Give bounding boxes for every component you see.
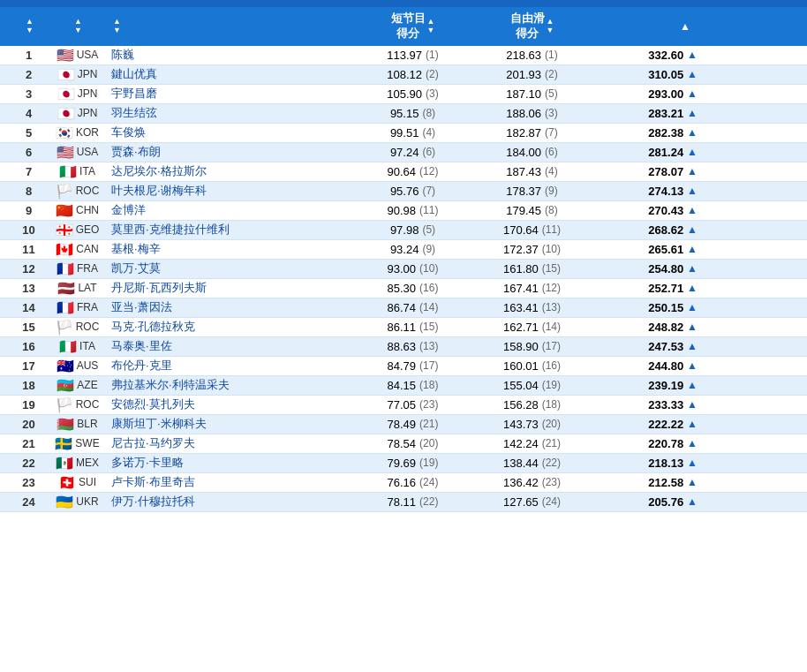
- total-cell: 332.60 ▲: [592, 49, 706, 62]
- name-sort[interactable]: ▲▼: [113, 18, 121, 35]
- fs-score: 142.24: [503, 437, 539, 450]
- total-cell: 250.15 ▲: [592, 301, 706, 314]
- sp-sort[interactable]: ▲▼: [427, 18, 435, 35]
- sp-rank: (13): [419, 340, 438, 352]
- fs-cell: 179.45 (8): [472, 204, 592, 217]
- noc-label: USA: [77, 146, 99, 158]
- sp-score: 86.74: [388, 301, 417, 314]
- sp-score: 99.51: [390, 126, 419, 140]
- flag-icon: 🇨🇳: [56, 202, 73, 219]
- up-arrow-icon: ▲: [687, 398, 698, 411]
- total-sort[interactable]: ▲: [680, 20, 690, 33]
- rank-cell: 21: [0, 437, 49, 450]
- name-cell: 安德烈·莫扎列夫: [106, 396, 353, 412]
- up-arrow-icon: ▲: [687, 262, 698, 275]
- name-cell: 马泰奥·里佐: [106, 338, 353, 354]
- noc-label: JPN: [78, 68, 98, 80]
- fs-score: 161.80: [503, 262, 539, 276]
- sp-score: 105.90: [387, 87, 422, 101]
- fs-score: 172.37: [503, 243, 539, 256]
- noc-label: ROC: [76, 398, 100, 411]
- sp-score: 78.11: [388, 495, 417, 509]
- header-fs[interactable]: 自由滑得分 ▲▼: [472, 11, 592, 42]
- sp-rank: (21): [419, 418, 438, 430]
- table-row: 4 🇯🇵 JPN 羽生结弦 95.15 (8) 188.06 (3) 283.2…: [0, 104, 807, 124]
- sp-rank: (12): [419, 165, 438, 177]
- header-total[interactable]: ▲: [592, 20, 706, 33]
- up-arrow-icon: ▲: [687, 476, 698, 488]
- flag-icon: 🏳️: [56, 319, 73, 336]
- rank-sort[interactable]: ▲▼: [26, 18, 34, 35]
- sp-cell: 84.79 (17): [353, 359, 472, 373]
- header-rank[interactable]: ▲▼: [0, 18, 49, 35]
- fs-rank: (12): [542, 282, 561, 294]
- total-cell: 244.80 ▲: [592, 359, 706, 373]
- total-score: 244.80: [648, 359, 683, 373]
- fs-rank: (7): [545, 126, 558, 139]
- up-arrow-icon: ▲: [687, 185, 698, 197]
- header-sp[interactable]: 短节目得分 ▲▼: [353, 11, 472, 42]
- sp-score: 97.98: [390, 223, 419, 237]
- up-arrow-icon: ▲: [687, 457, 698, 469]
- name-cell: 康斯坦丁·米柳科夫: [106, 416, 353, 432]
- noc-cell: 🇨🇭 SUI: [49, 474, 106, 491]
- name-cell: 贾森·布朗: [106, 144, 353, 160]
- rank-cell: 3: [0, 87, 49, 101]
- name-cell: 叶夫根尼·谢梅年科: [106, 183, 353, 199]
- rank-cell: 8: [0, 185, 49, 198]
- name-cell: 宇野昌磨: [106, 86, 353, 102]
- sp-cell: 78.49 (21): [353, 418, 472, 431]
- rank-cell: 22: [0, 457, 49, 470]
- name-cell: 卢卡斯·布里奇吉: [106, 474, 353, 490]
- up-arrow-icon: ▲: [687, 126, 698, 139]
- noc-cell: 🏳️ ROC: [49, 183, 106, 200]
- fs-score: 170.64: [503, 223, 539, 237]
- fs-cell: 188.06 (3): [472, 107, 592, 120]
- sp-score: 86.11: [388, 321, 417, 334]
- noc-label: CAN: [76, 243, 98, 255]
- up-arrow-icon: ▲: [687, 68, 698, 80]
- header-noc[interactable]: ▲▼: [49, 18, 106, 35]
- noc-cell: 🇫🇷 FRA: [49, 299, 106, 316]
- sp-score: 84.79: [388, 359, 417, 373]
- flag-icon: 🇰🇷: [56, 125, 73, 141]
- noc-cell: 🇫🇷 FRA: [49, 260, 106, 277]
- noc-sort[interactable]: ▲▼: [74, 18, 82, 35]
- sp-cell: 84.15 (18): [353, 379, 472, 392]
- fs-cell: 170.64 (11): [472, 223, 592, 237]
- total-score: 283.21: [648, 107, 683, 120]
- total-cell: 220.78 ▲: [592, 437, 706, 450]
- total-score: 281.24: [648, 146, 683, 159]
- header-name[interactable]: ▲▼: [106, 18, 353, 35]
- table-row: 10 🇬🇪 GEO 莫里西·克维捷拉什维利 97.98 (5) 170.64 (…: [0, 221, 807, 240]
- noc-cell: 🇱🇻 LAT: [49, 280, 106, 297]
- fs-rank: (22): [542, 457, 561, 469]
- flag-icon: 🇦🇿: [57, 377, 74, 394]
- up-arrow-icon: ▲: [687, 359, 698, 372]
- sp-cell: 99.51 (4): [353, 126, 472, 140]
- total-cell: 270.43 ▲: [592, 204, 706, 217]
- noc-label: JPN: [78, 87, 98, 100]
- total-score: 222.22: [648, 418, 683, 431]
- fs-cell: 178.37 (9): [472, 185, 592, 198]
- fs-rank: (11): [542, 223, 561, 236]
- top-bar: [0, 0, 807, 7]
- up-arrow-icon: ▲: [687, 204, 698, 216]
- flag-icon: 🇯🇵: [57, 105, 75, 122]
- noc-cell: 🇦🇿 AZE: [49, 377, 106, 394]
- fs-rank: (8): [545, 204, 558, 216]
- fs-rank: (21): [542, 437, 561, 449]
- fs-cell: 184.00 (6): [472, 146, 592, 159]
- rank-cell: 15: [0, 321, 49, 334]
- fs-score: 163.41: [503, 301, 539, 314]
- noc-label: CHN: [76, 204, 99, 216]
- name-cell: 马克·孔德拉秋克: [106, 319, 353, 335]
- name-cell: 鍵山优真: [106, 66, 353, 82]
- noc-label: AZE: [77, 379, 97, 391]
- total-score: 293.00: [648, 87, 683, 101]
- noc-cell: 🏳️ ROC: [49, 396, 106, 413]
- name-cell: 基根·梅辛: [106, 241, 353, 257]
- fs-sort[interactable]: ▲▼: [547, 18, 554, 35]
- sp-cell: 77.05 (23): [353, 398, 472, 412]
- flag-icon: 🇲🇽: [56, 455, 73, 472]
